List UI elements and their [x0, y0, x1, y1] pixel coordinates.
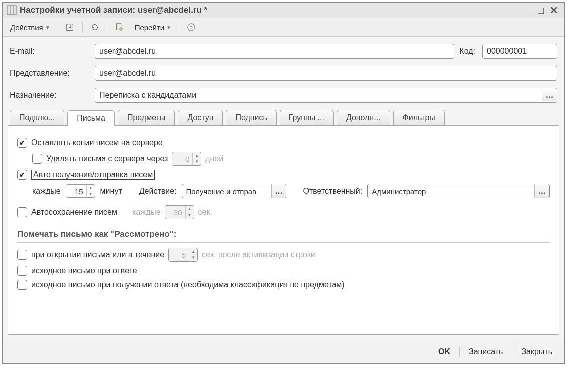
delete-after-label: Удалять письма с сервера через: [46, 154, 168, 163]
responsible-label: Ответственный:: [303, 187, 363, 196]
tab-additional[interactable]: Дополн...: [337, 110, 390, 125]
minimize-button[interactable]: _: [521, 5, 534, 16]
on-reply-checkbox[interactable]: [17, 266, 27, 276]
autosave-spinner: 30 ▲▼: [165, 205, 194, 219]
spin-down-icon: ▼: [186, 212, 194, 218]
code-input[interactable]: 000000001: [482, 44, 557, 59]
titlebar: Настройки учетной записи: user@abcdel.ru…: [3, 3, 564, 18]
every-label: каждые: [32, 187, 61, 196]
window-title: Настройки учетной записи: user@abcdel.ru…: [20, 5, 207, 15]
auto-sendrecv-checkbox[interactable]: [17, 170, 27, 180]
every-minutes-spinner[interactable]: 15 ▲▼: [66, 184, 95, 198]
tab-connection[interactable]: Подклю...: [10, 110, 64, 125]
maximize-button[interactable]: □: [534, 5, 547, 16]
keep-copies-checkbox[interactable]: [17, 138, 27, 148]
delete-after-spinner: 0 ▲▼: [172, 152, 201, 166]
footer-separator: [512, 346, 512, 357]
help-button[interactable]: ?: [182, 20, 200, 34]
on-open-label: при открытии письма или в течение: [31, 250, 164, 259]
spin-up-icon[interactable]: ▲: [87, 185, 95, 191]
representation-input[interactable]: user@abcdel.ru: [95, 66, 557, 81]
mark-reviewed-section-title: Помечать письмо как "Рассмотрено":: [17, 227, 550, 243]
chevron-down-icon: ▼: [166, 25, 171, 30]
save-button[interactable]: Записать: [465, 345, 507, 358]
goto-menu[interactable]: Перейти ▼: [130, 21, 176, 34]
svg-rect-3: [66, 24, 73, 31]
account-settings-window: Настройки учетной записи: user@abcdel.ru…: [2, 2, 565, 364]
footer-separator: [459, 346, 460, 357]
representation-label: Представление:: [10, 69, 90, 78]
spin-down-icon[interactable]: ▼: [87, 191, 95, 197]
responsible-select-button[interactable]: …: [534, 184, 549, 198]
disk-arrow-icon: [66, 23, 75, 32]
close-dialog-button[interactable]: Закрыть: [517, 345, 556, 358]
toolbar: Действия ▼ Перейти ▼ ?: [3, 18, 564, 37]
email-input[interactable]: user@abcdel.ru: [95, 44, 454, 59]
tab-signature[interactable]: Подпись: [226, 110, 276, 125]
ok-button[interactable]: OK: [434, 345, 454, 358]
svg-text:?: ?: [190, 25, 193, 30]
spin-up-icon: ▲: [193, 153, 201, 159]
spin-down-icon: ▼: [189, 255, 197, 261]
on-receive-reply-label: исходное письмо при получении ответа (не…: [31, 280, 345, 289]
tab-body-letters: Оставлять копии писем на сервере Удалять…: [8, 125, 559, 335]
responsible-combo[interactable]: Администратор …: [367, 184, 550, 198]
create-button[interactable]: [110, 20, 128, 34]
spin-down-icon: ▼: [193, 159, 201, 165]
tab-filters[interactable]: Фильтры: [393, 110, 445, 125]
save-and-close-button[interactable]: [61, 20, 79, 34]
purpose-label: Назначение:: [10, 91, 90, 100]
spin-up-icon: ▲: [189, 249, 197, 255]
document-plus-icon: [115, 23, 124, 32]
on-receive-reply-checkbox[interactable]: [17, 280, 27, 290]
chevron-down-icon: ▼: [45, 25, 50, 30]
auto-sendrecv-label: Авто получение/отправка писем: [31, 170, 155, 180]
autosave-every-label: каждые: [132, 208, 161, 217]
tab-access[interactable]: Доступ: [178, 110, 223, 125]
tab-groups[interactable]: Группы ...: [280, 110, 334, 125]
close-button[interactable]: ✕: [547, 5, 560, 16]
svg-rect-0: [7, 6, 16, 15]
days-label: дней: [205, 154, 223, 163]
delete-after-checkbox[interactable]: [32, 154, 42, 164]
on-open-spinner: 5 ▲▼: [168, 248, 198, 262]
refresh-button[interactable]: [86, 20, 104, 34]
sec-label: сек.: [198, 208, 212, 217]
actions-label: Действия: [10, 23, 43, 32]
toolbar-separator: [107, 22, 107, 33]
actions-menu[interactable]: Действия ▼: [6, 21, 55, 34]
purpose-select-button[interactable]: …: [542, 89, 557, 101]
window-grid-icon: [7, 5, 17, 15]
tab-subjects[interactable]: Предметы: [118, 110, 175, 125]
on-open-suffix: сек. после активизации строки: [202, 250, 315, 259]
action-select-button[interactable]: …: [271, 184, 286, 198]
action-combo[interactable]: Получение и отправ …: [182, 184, 286, 198]
spin-up-icon: ▲: [186, 206, 194, 212]
form-area: E-mail: user@abcdel.ru Код: 000000001 Пр…: [3, 37, 564, 103]
toolbar-separator: [82, 22, 83, 33]
on-open-checkbox[interactable]: [17, 250, 27, 260]
tab-strip: Подклю... Письма Предметы Доступ Подпись…: [3, 110, 564, 125]
dialog-footer: OK Записать Закрыть: [3, 340, 564, 363]
email-label: E-mail:: [10, 47, 90, 56]
refresh-icon: [90, 23, 99, 32]
action-label: Действие:: [139, 187, 177, 196]
autosave-label: Автосохранение писем: [31, 208, 117, 217]
autosave-checkbox[interactable]: [17, 207, 27, 217]
keep-copies-label: Оставлять копии писем на сервере: [31, 138, 163, 147]
code-label: Код:: [459, 47, 475, 56]
goto-label: Перейти: [135, 23, 164, 32]
on-reply-label: исходное письмо при ответе: [31, 266, 137, 275]
toolbar-separator: [179, 22, 179, 33]
help-icon: ?: [187, 23, 196, 32]
tab-letters[interactable]: Письма: [67, 110, 115, 126]
minutes-label: минут: [100, 187, 122, 196]
toolbar-separator: [58, 22, 58, 33]
purpose-input[interactable]: Переписка с кандидатами …: [95, 88, 557, 103]
